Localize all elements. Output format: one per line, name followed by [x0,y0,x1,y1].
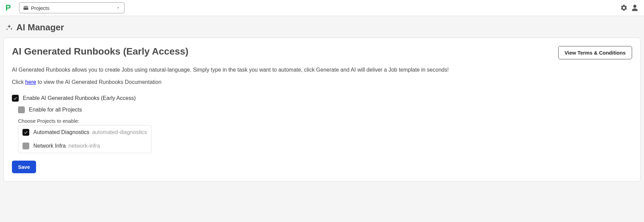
project-label: Automated Diagnostics automated-diagnost… [33,129,147,135]
project-name: Network Infra [33,143,66,149]
topbar: P Projects [0,0,644,16]
check-icon [13,96,18,101]
gear-icon[interactable] [620,4,628,12]
check-icon [23,130,28,135]
project-item: Automated Diagnostics automated-diagnost… [18,125,151,139]
project-selector-label: Projects [31,5,49,11]
project-name: Automated Diagnostics [33,129,90,135]
runbooks-card: AI Generated Runbooks (Early Access) Vie… [3,38,641,182]
enable-runbooks-row: Enable AI Generated Runbooks (Early Acce… [12,95,632,102]
project-list: Automated Diagnostics automated-diagnost… [18,125,151,153]
enable-all-projects-checkbox[interactable] [18,106,25,113]
briefcase-icon [23,6,28,10]
sparkle-icon [5,24,13,31]
docs-suffix: to view the AI Generated Runbooks Docume… [36,79,161,85]
docs-prefix: Click [12,79,25,85]
project-checkbox-network-infra[interactable] [22,143,29,149]
enable-runbooks-checkbox[interactable] [12,95,19,102]
project-id: network-infra [68,143,100,149]
project-checkbox-automated-diagnostics[interactable] [22,129,29,136]
enable-all-projects-label: Enable for all Projects [29,107,82,113]
save-button[interactable]: Save [12,161,36,173]
view-terms-button[interactable]: View Terms & Conditions [558,46,632,59]
chevron-down-icon [116,6,120,10]
page-header: AI Manager [0,16,644,38]
project-item: Network Infra network-infra [18,139,151,153]
docs-link[interactable]: here [25,79,36,85]
choose-projects-label: Choose Projects to enable: [18,118,632,124]
enable-runbooks-label: Enable AI Generated Runbooks (Early Acce… [23,95,136,101]
enable-all-projects-row: Enable for all Projects [18,106,632,113]
user-icon[interactable] [631,4,639,12]
page-title: AI Manager [16,22,64,33]
card-title: AI Generated Runbooks (Early Access) [12,46,189,57]
app-logo: P [5,3,11,13]
project-selector[interactable]: Projects [19,2,125,13]
card-description: AI Generated Runbooks allows you to crea… [12,67,632,73]
project-label: Network Infra network-infra [33,143,100,149]
project-id: automated-diagnostics [92,129,147,135]
docs-line: Click here to view the AI Generated Runb… [12,79,632,85]
